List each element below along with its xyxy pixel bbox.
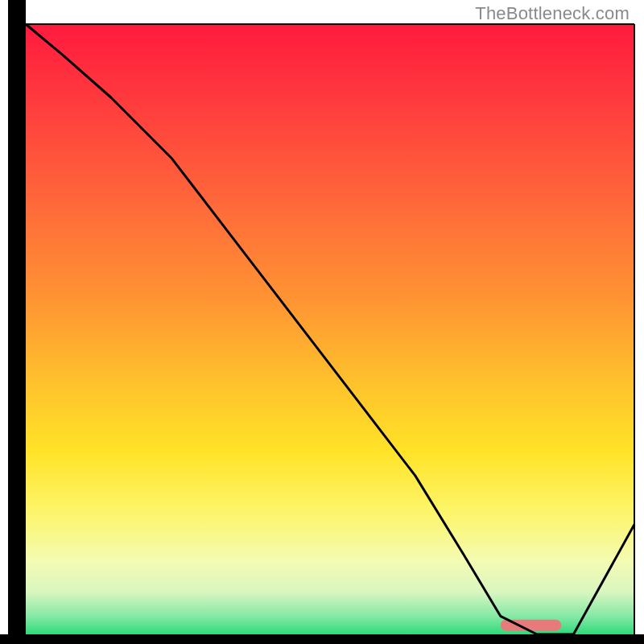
y-axis — [8, 0, 26, 644]
watermark-text: TheBottleneck.com — [475, 3, 630, 24]
bottleneck-chart — [0, 0, 644, 644]
chart-background — [26, 24, 634, 634]
x-axis — [0, 634, 644, 644]
chart-container: TheBottleneck.com — [0, 0, 644, 644]
